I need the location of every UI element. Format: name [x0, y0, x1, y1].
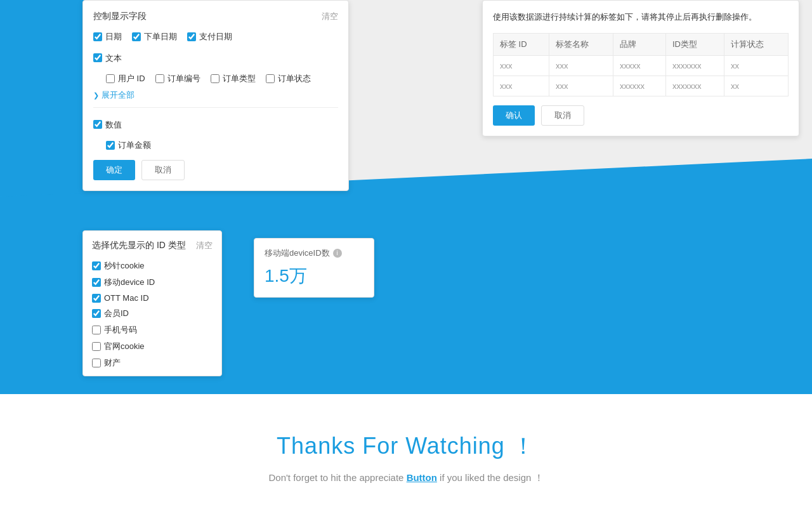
checkbox-value-main[interactable] [93, 120, 102, 129]
table-row: xxx xxx xxxxxx xxxxxxx xx [494, 76, 789, 96]
checkbox-order-amount-label: 订单金额 [118, 140, 151, 151]
checkbox-order-date-label: 下单日期 [144, 31, 177, 43]
checkbox-order-type[interactable]: 订单类型 [211, 73, 256, 84]
cell-tag-id-2: xxx [494, 76, 549, 96]
checkbox-phone-no[interactable] [92, 326, 101, 334]
checkbox-user-id-input[interactable] [106, 74, 115, 83]
checkbox-order-status-label: 订单状态 [278, 73, 311, 84]
checkbox-order-amount-input[interactable] [106, 141, 115, 150]
fields-panel-title: 控制显示字段 [93, 11, 147, 22]
chevron-down-icon: ❯ [93, 91, 99, 100]
value-section-header: 数值 [93, 114, 338, 135]
idtype-item-3: OTT Mac ID [92, 293, 213, 303]
cell-id-type-1: xxxxxxx [666, 55, 724, 76]
metric-label-text: 移动端deviceID数 [265, 247, 330, 259]
cell-tag-name-1: xxx [549, 55, 613, 76]
fields-clear-button[interactable]: 清空 [322, 11, 338, 22]
subtitle-post: if you liked the design ！ [437, 472, 544, 483]
idtype-item-1: 秒针cookie [92, 260, 213, 272]
idtype-item-5: 手机号码 [92, 324, 213, 336]
bottom-section: Thanks For Watching ！ Don't forget to hi… [0, 394, 812, 521]
checkbox-user-id[interactable]: 用户 ID [106, 73, 145, 84]
idtype-item-6: 官网cookie [92, 341, 213, 352]
expand-all-link[interactable]: ❯ 展开全部 [93, 89, 338, 101]
checkbox-order-no-label: 订单编号 [167, 73, 200, 84]
col-calc-status: 计算状态 [724, 33, 788, 55]
label-miaozhen-cookie: 秒针cookie [104, 260, 145, 272]
checkbox-member-id[interactable] [92, 309, 101, 318]
value-section-label: 数值 [105, 119, 122, 131]
checkbox-text-main[interactable] [93, 53, 102, 62]
label-phone-no: 手机号码 [104, 324, 137, 336]
metric-card: 移动端deviceID数 i 1.5万 [254, 238, 374, 298]
fields-confirm-button[interactable]: 确定 [93, 160, 135, 180]
fields-panel-footer: 确定 取消 [93, 160, 338, 180]
table-footer: 确认 取消 [493, 105, 789, 126]
fields-panel-header: 控制显示字段 清空 [93, 11, 338, 22]
checkbox-order-amount[interactable]: 订单金额 [106, 140, 151, 151]
checkbox-order-no[interactable]: 订单编号 [155, 73, 200, 84]
cell-calc-status-1: xx [724, 55, 788, 76]
text-checkbox-row: 用户 ID 订单编号 订单类型 订单状态 [93, 73, 338, 84]
col-brand: 品牌 [613, 33, 666, 55]
table-row: xxx xxx xxxxx xxxxxxx xx [494, 55, 789, 76]
fields-panel: 控制显示字段 清空 日期 下单日期 支付日期 文本 [82, 0, 349, 191]
checkbox-date[interactable]: 日期 [93, 31, 122, 43]
checkbox-order-date-input[interactable] [132, 32, 141, 41]
checkbox-order-status[interactable]: 订单状态 [266, 73, 311, 84]
thanks-title: Thanks For Watching ！ [277, 431, 535, 462]
label-property: 财产 [104, 357, 121, 369]
label-member-id: 会员ID [104, 308, 129, 319]
table-header-row: 标签 ID 标签名称 品牌 ID类型 计算状态 [494, 33, 789, 55]
checkbox-order-type-input[interactable] [211, 74, 219, 83]
label-official-cookie: 官网cookie [104, 341, 145, 352]
thanks-subtitle: Don't forget to hit the appreciate Butto… [268, 472, 543, 484]
idtype-clear-button[interactable]: 清空 [196, 240, 213, 251]
text-section-header: 文本 [93, 48, 338, 68]
checkbox-pay-date[interactable]: 支付日期 [187, 31, 232, 43]
table-panel: 使用该数据源进行持续计算的标签如下，请将其停止后再执行删除操作。 标签 ID 标… [482, 0, 799, 136]
table-confirm-button[interactable]: 确认 [493, 105, 535, 126]
cell-tag-name-2: xxx [549, 76, 613, 96]
checkbox-date-label: 日期 [105, 31, 122, 43]
idtype-item-2: 移动device ID [92, 277, 213, 288]
col-tag-name: 标签名称 [549, 33, 613, 55]
checkbox-order-type-label: 订单类型 [223, 73, 256, 84]
subtitle-pre: Don't forget to hit the appreciate [268, 472, 406, 483]
checkbox-pay-date-input[interactable] [187, 32, 196, 41]
checkbox-mobile-device-id[interactable] [92, 278, 101, 287]
divider-1 [93, 107, 338, 108]
checkbox-ott-mac-id[interactable] [92, 294, 101, 303]
idtype-item-7: 财产 [92, 357, 213, 369]
warning-text: 使用该数据源进行持续计算的标签如下，请将其停止后再执行删除操作。 [493, 11, 789, 24]
checkbox-pay-date-label: 支付日期 [199, 31, 232, 43]
checkbox-date-input[interactable] [93, 32, 102, 41]
fields-cancel-button[interactable]: 取消 [141, 160, 185, 180]
cell-calc-status-2: xx [724, 76, 788, 96]
appreciate-button[interactable]: Button [407, 472, 437, 483]
checkbox-order-no-input[interactable] [155, 74, 164, 83]
table-cancel-button[interactable]: 取消 [541, 105, 584, 126]
idtype-panel: 选择优先显示的 ID 类型 清空 秒针cookie 移动device ID OT [82, 230, 222, 376]
checkbox-property[interactable] [92, 359, 101, 367]
checkbox-order-date[interactable]: 下单日期 [132, 31, 177, 43]
label-mobile-device-id: 移动device ID [104, 277, 155, 288]
col-tag-id: 标签 ID [494, 33, 549, 55]
idtype-panel-title: 选择优先显示的 ID 类型 [92, 240, 186, 251]
text-section-label: 文本 [105, 53, 122, 64]
cell-brand-1: xxxxx [613, 55, 666, 76]
metric-label-row: 移动端deviceID数 i [265, 247, 363, 259]
checkbox-miaozhen-cookie[interactable] [92, 261, 101, 270]
data-table: 标签 ID 标签名称 品牌 ID类型 计算状态 xxx xxx xxxxx xx… [493, 33, 789, 96]
value-checkbox-row: 订单金额 [93, 140, 338, 151]
idtype-panel-header: 选择优先显示的 ID 类型 清空 [92, 240, 213, 251]
top-checkbox-row: 日期 下单日期 支付日期 [93, 31, 338, 43]
cell-brand-2: xxxxxx [613, 76, 666, 96]
idtype-checkbox-list: 秒针cookie 移动device ID OTT Mac ID 会员ID [92, 260, 213, 369]
idtype-item-4: 会员ID [92, 308, 213, 319]
metric-value: 1.5万 [265, 264, 363, 288]
checkbox-official-cookie[interactable] [92, 342, 101, 351]
info-icon[interactable]: i [333, 249, 342, 258]
cell-id-type-2: xxxxxxx [666, 76, 724, 96]
checkbox-order-status-input[interactable] [266, 74, 275, 83]
